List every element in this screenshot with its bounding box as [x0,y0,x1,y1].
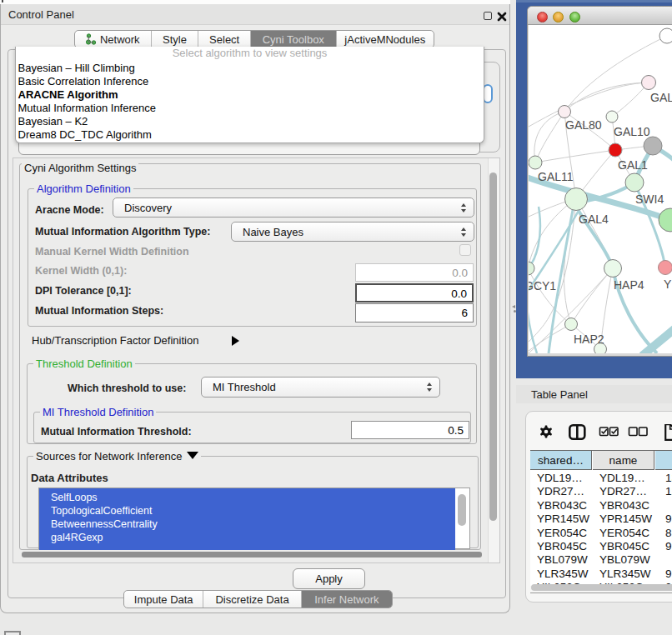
svg-text:GAL11: GAL11 [538,170,574,183]
svg-text:GAL4: GAL4 [579,212,609,226]
svg-text:SWI4: SWI4 [635,192,664,206]
svg-text:GCY1: GCY1 [529,279,556,292]
svg-text:HAP2: HAP2 [574,332,604,346]
svg-text:HAP4: HAP4 [614,278,644,292]
svg-text:Y: Y [664,278,672,291]
svg-text:GAL: GAL [650,91,672,104]
svg-text:GAL1: GAL1 [618,158,648,172]
svg-text:GAL10: GAL10 [614,125,650,138]
svg-text:GAL80: GAL80 [565,118,602,132]
